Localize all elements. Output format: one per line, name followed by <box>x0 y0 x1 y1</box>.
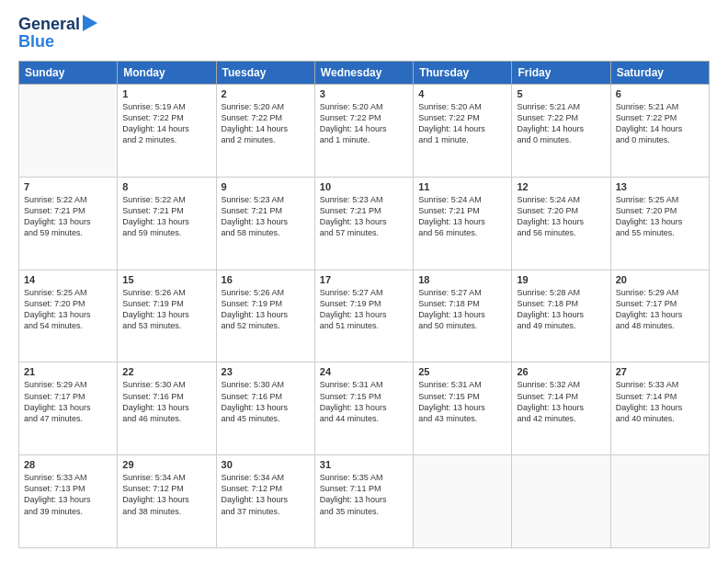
calendar-cell: 18Sunrise: 5:27 AMSunset: 7:18 PMDayligh… <box>414 270 512 362</box>
cell-info-line: and 58 minutes. <box>222 227 310 238</box>
cell-info-line: Sunrise: 5:20 AM <box>418 101 506 112</box>
cell-info-line: Sunrise: 5:31 AM <box>418 379 506 390</box>
day-number: 31 <box>320 459 408 470</box>
cell-info-line: and 2 minutes. <box>122 134 210 145</box>
cell-info-line: and 39 minutes. <box>24 506 112 517</box>
cell-info-line: Daylight: 14 hours <box>517 123 605 134</box>
calendar-cell: 21Sunrise: 5:29 AMSunset: 7:17 PMDayligh… <box>19 362 118 455</box>
calendar-cell: 13Sunrise: 5:25 AMSunset: 7:20 PMDayligh… <box>610 177 709 270</box>
day-number: 30 <box>222 459 310 470</box>
cell-info-line: Sunset: 7:19 PM <box>222 298 310 309</box>
calendar-cell: 24Sunrise: 5:31 AMSunset: 7:15 PMDayligh… <box>314 362 413 455</box>
logo-arrow-icon <box>83 15 97 31</box>
cell-info-line: Daylight: 13 hours <box>320 216 408 227</box>
col-header-friday: Friday <box>512 62 610 85</box>
calendar-cell: 10Sunrise: 5:23 AMSunset: 7:21 PMDayligh… <box>314 177 413 270</box>
cell-info-line: Sunset: 7:16 PM <box>222 391 310 402</box>
cell-info-line: and 43 minutes. <box>418 413 506 424</box>
cell-info-line: Sunset: 7:16 PM <box>122 391 210 402</box>
cell-info-line: and 51 minutes. <box>320 320 408 331</box>
day-number: 18 <box>418 274 506 285</box>
col-header-wednesday: Wednesday <box>314 62 413 85</box>
cell-info-line: Sunset: 7:21 PM <box>222 205 310 216</box>
cell-info-line: and 45 minutes. <box>222 413 310 424</box>
calendar-cell: 2Sunrise: 5:20 AMSunset: 7:22 PMDaylight… <box>216 85 314 178</box>
cell-info-line: Daylight: 13 hours <box>222 494 310 505</box>
calendar-cell: 7Sunrise: 5:22 AMSunset: 7:21 PMDaylight… <box>19 177 118 270</box>
cell-info-line: and 59 minutes. <box>24 227 112 238</box>
day-number: 6 <box>616 88 704 99</box>
cell-info-line: Sunrise: 5:25 AM <box>24 287 112 298</box>
calendar-cell: 15Sunrise: 5:26 AMSunset: 7:19 PMDayligh… <box>118 270 216 362</box>
calendar-cell: 11Sunrise: 5:24 AMSunset: 7:21 PMDayligh… <box>414 177 512 270</box>
cell-info-line: Sunset: 7:19 PM <box>320 298 408 309</box>
cell-info-line: Sunset: 7:20 PM <box>24 298 112 309</box>
calendar-cell: 30Sunrise: 5:34 AMSunset: 7:12 PMDayligh… <box>216 455 314 548</box>
cell-info-line: and 35 minutes. <box>320 506 408 517</box>
cell-info-line: Daylight: 13 hours <box>24 216 112 227</box>
cell-info-line: Daylight: 13 hours <box>517 216 605 227</box>
cell-info-line: Daylight: 14 hours <box>616 123 704 134</box>
day-number: 21 <box>24 366 112 377</box>
cell-info-line: Sunset: 7:22 PM <box>517 112 605 123</box>
calendar-cell <box>414 455 512 548</box>
day-number: 15 <box>122 274 210 285</box>
calendar-cell: 3Sunrise: 5:20 AMSunset: 7:22 PMDaylight… <box>314 85 413 178</box>
cell-info-line: Sunset: 7:15 PM <box>418 391 506 402</box>
cell-info-line: Daylight: 13 hours <box>320 402 408 413</box>
cell-info-line: Sunset: 7:21 PM <box>320 205 408 216</box>
cell-info-line: Daylight: 13 hours <box>320 309 408 320</box>
cell-info-line: Daylight: 14 hours <box>320 123 408 134</box>
day-number: 23 <box>222 366 310 377</box>
cell-info-line: Sunrise: 5:34 AM <box>222 472 310 483</box>
week-row-3: 21Sunrise: 5:29 AMSunset: 7:17 PMDayligh… <box>19 362 710 455</box>
cell-info-line: Sunset: 7:14 PM <box>616 391 704 402</box>
cell-info-line: Daylight: 13 hours <box>24 494 112 505</box>
cell-info-line: Sunrise: 5:23 AM <box>320 194 408 205</box>
cell-info-line: Daylight: 13 hours <box>418 309 506 320</box>
calendar-cell: 12Sunrise: 5:24 AMSunset: 7:20 PMDayligh… <box>512 177 610 270</box>
calendar-cell: 23Sunrise: 5:30 AMSunset: 7:16 PMDayligh… <box>216 362 314 455</box>
calendar-cell: 29Sunrise: 5:34 AMSunset: 7:12 PMDayligh… <box>118 455 216 548</box>
calendar-cell: 26Sunrise: 5:32 AMSunset: 7:14 PMDayligh… <box>512 362 610 455</box>
cell-info-line: Daylight: 13 hours <box>122 494 210 505</box>
cell-info-line: Sunset: 7:20 PM <box>616 205 704 216</box>
cell-info-line: Sunset: 7:22 PM <box>222 112 310 123</box>
cell-info-line: and 44 minutes. <box>320 413 408 424</box>
cell-info-line: and 1 minute. <box>418 134 506 145</box>
cell-info-line: and 52 minutes. <box>222 320 310 331</box>
day-number: 10 <box>320 181 408 192</box>
cell-info-line: Sunrise: 5:24 AM <box>517 194 605 205</box>
cell-info-line: Sunrise: 5:21 AM <box>616 101 704 112</box>
col-header-thursday: Thursday <box>414 62 512 85</box>
cell-info-line: Daylight: 13 hours <box>517 309 605 320</box>
cell-info-line: Sunset: 7:20 PM <box>517 205 605 216</box>
cell-info-line: Daylight: 13 hours <box>122 216 210 227</box>
day-number: 28 <box>24 459 112 470</box>
day-number: 4 <box>418 88 506 99</box>
cell-info-line: Sunrise: 5:21 AM <box>517 101 605 112</box>
cell-info-line: Daylight: 13 hours <box>222 216 310 227</box>
cell-info-line: and 54 minutes. <box>24 320 112 331</box>
cell-info-line: Sunset: 7:14 PM <box>517 391 605 402</box>
cell-info-line: Sunrise: 5:29 AM <box>616 287 704 298</box>
cell-info-line: and 56 minutes. <box>418 227 506 238</box>
cell-info-line: Daylight: 13 hours <box>122 309 210 320</box>
day-number: 25 <box>418 366 506 377</box>
calendar-cell <box>512 455 610 548</box>
cell-info-line: Daylight: 14 hours <box>122 123 210 134</box>
calendar-cell: 17Sunrise: 5:27 AMSunset: 7:19 PMDayligh… <box>314 270 413 362</box>
day-number: 16 <box>222 274 310 285</box>
calendar-cell: 25Sunrise: 5:31 AMSunset: 7:15 PMDayligh… <box>414 362 512 455</box>
day-number: 20 <box>616 274 704 285</box>
cell-info-line: and 0 minutes. <box>517 134 605 145</box>
cell-info-line: Sunrise: 5:22 AM <box>24 194 112 205</box>
page: General Blue SundayMondayTuesdayWednesda… <box>0 0 728 563</box>
day-number: 1 <box>122 88 210 99</box>
cell-info-line: Sunrise: 5:24 AM <box>418 194 506 205</box>
week-row-1: 7Sunrise: 5:22 AMSunset: 7:21 PMDaylight… <box>19 177 710 270</box>
cell-info-line: Daylight: 13 hours <box>418 216 506 227</box>
calendar-table: SundayMondayTuesdayWednesdayThursdayFrid… <box>18 61 710 548</box>
logo-text-general: General <box>18 15 80 34</box>
cell-info-line: Sunset: 7:17 PM <box>616 298 704 309</box>
